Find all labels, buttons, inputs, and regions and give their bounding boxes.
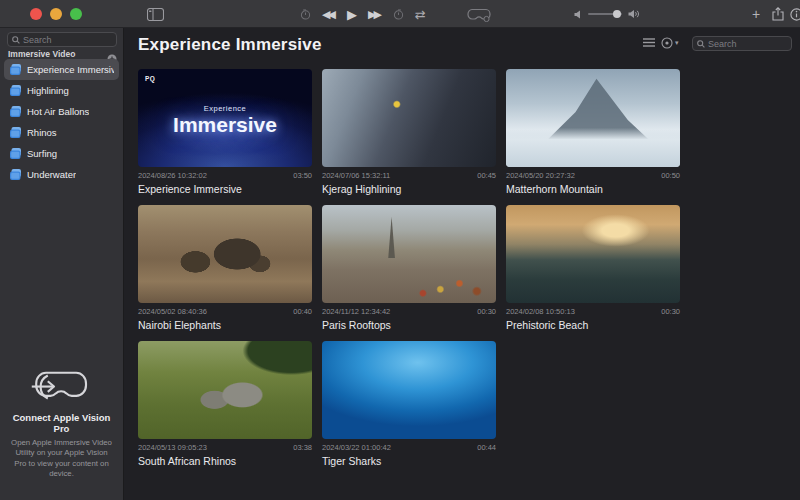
video-meta: 2024/05/13 09:05:23 03:38 — [138, 443, 312, 452]
sidebar-item-surfing[interactable]: Surfing — [4, 143, 119, 164]
video-card[interactable]: 2024/03/22 01:00:42 00:44 Tiger Sharks — [322, 341, 496, 467]
video-thumbnail[interactable] — [506, 69, 680, 167]
group-menu-icon[interactable]: ▾ — [661, 37, 679, 49]
sidebar-item-experience-immersive[interactable]: Experience Immersive — [4, 59, 119, 80]
playlist-icon — [9, 168, 22, 181]
video-title: Kjerag Highlining — [322, 183, 496, 195]
sidebar-item-label: Hot Air Ballons — [27, 106, 89, 117]
connect-title: Connect Apple Vision Pro — [9, 412, 114, 434]
video-card[interactable]: 2024/05/20 20:27:32 00:50 Matterhorn Mou… — [506, 69, 680, 195]
video-card[interactable]: 2024/05/13 09:05:23 03:38 South African … — [138, 341, 312, 467]
page-title: Experience Immersive — [138, 35, 322, 55]
zoom-button[interactable] — [70, 8, 82, 20]
sidebar-item-hot-air-ballons[interactable]: Hot Air Ballons — [4, 101, 119, 122]
video-duration: 00:45 — [477, 171, 496, 180]
video-card[interactable]: PQ Experience Immersive 2024/08/26 10:32… — [138, 69, 312, 195]
playlist-list: Experience Immersive Highlining Hot Air … — [4, 59, 119, 185]
sidebar-search-field[interactable] — [7, 32, 117, 47]
video-duration: 00:30 — [477, 307, 496, 316]
video-duration: 00:50 — [661, 171, 680, 180]
vision-pro-connect-icon — [9, 368, 114, 406]
sidebar-item-label: Underwater — [27, 169, 76, 180]
volume-slider[interactable] — [588, 13, 622, 15]
play-icon[interactable]: ▶ — [347, 8, 357, 21]
list-view-icon[interactable] — [643, 38, 655, 47]
thumbnail-overlay-text — [506, 205, 680, 303]
thumbnail-overlay-text — [506, 69, 680, 167]
title-bar: ◀◀ ▶ ▶▶ ⇄ + — [0, 0, 800, 28]
sidebar-item-underwater[interactable]: Underwater — [4, 164, 119, 185]
close-button[interactable] — [30, 8, 42, 20]
video-thumbnail[interactable] — [506, 205, 680, 303]
video-card[interactable]: 2024/02/08 10:50:13 00:30 Prehistoric Be… — [506, 205, 680, 331]
video-duration: 00:40 — [293, 307, 312, 316]
thumbnail-overlay-text — [138, 341, 312, 439]
video-date: 2024/07/06 15:32:11 — [322, 171, 390, 180]
video-title: South African Rhinos — [138, 455, 312, 467]
chevron-down-icon: ▾ — [675, 39, 679, 47]
rewind-icon[interactable]: ◀◀ — [322, 9, 336, 20]
thumbnail-overlay-text — [322, 69, 496, 167]
video-meta: 2024/03/22 01:00:42 00:44 — [322, 443, 496, 452]
connect-vision-pro-panel: Connect Apple Vision Pro Open Apple Imme… — [0, 368, 123, 480]
video-card[interactable]: 2024/11/12 12:34:42 00:30 Paris Rooftops — [322, 205, 496, 331]
video-card[interactable]: 2024/07/06 15:32:11 00:45 Kjerag Highlin… — [322, 69, 496, 195]
sidebar: Immersive Video Playlists Experience Imm… — [0, 28, 124, 500]
main-search-input[interactable] — [708, 39, 787, 49]
speaker-low-icon[interactable] — [574, 10, 582, 19]
skip-forward-icon[interactable] — [393, 9, 404, 20]
video-thumbnail[interactable] — [322, 341, 496, 439]
add-icon[interactable]: + — [748, 0, 764, 28]
sidebar-item-highlining[interactable]: Highlining — [4, 80, 119, 101]
playback-controls: ◀◀ ▶ ▶▶ ⇄ — [300, 0, 426, 28]
video-thumbnail[interactable] — [322, 69, 496, 167]
video-thumbnail[interactable] — [322, 205, 496, 303]
playlist-icon — [9, 147, 22, 160]
video-title: Nairobi Elephants — [138, 319, 312, 331]
speaker-high-icon[interactable] — [628, 9, 640, 19]
vision-pro-device-icon[interactable] — [466, 8, 492, 22]
video-title: Paris Rooftops — [322, 319, 496, 331]
sidebar-toggle-icon[interactable] — [146, 7, 164, 21]
video-meta: 2024/11/12 12:34:42 00:30 — [322, 307, 496, 316]
sidebar-search-input[interactable] — [23, 35, 112, 45]
minimize-button[interactable] — [50, 8, 62, 20]
volume-slider-knob[interactable] — [613, 10, 621, 18]
thumbnail-overlay-text — [322, 341, 496, 439]
overlay-main-text: Immersive — [173, 113, 277, 136]
main-content: Experience Immersive ▾ PQ Experience Imm… — [125, 28, 800, 500]
video-meta: 2024/05/20 20:27:32 00:50 — [506, 171, 680, 180]
video-duration: 00:44 — [477, 443, 496, 452]
video-meta: 2024/05/02 08:40:36 00:40 — [138, 307, 312, 316]
fast-forward-icon[interactable]: ▶▶ — [368, 9, 382, 20]
video-thumbnail[interactable] — [138, 205, 312, 303]
video-date: 2024/05/02 08:40:36 — [138, 307, 207, 316]
share-icon[interactable] — [770, 0, 786, 28]
video-duration: 03:50 — [293, 171, 312, 180]
video-date: 2024/03/22 01:00:42 — [322, 443, 391, 452]
video-meta: 2024/07/06 15:32:11 00:45 — [322, 171, 496, 180]
main-search-field[interactable] — [692, 36, 792, 51]
video-thumbnail[interactable]: PQ Experience Immersive — [138, 69, 312, 167]
video-title: Prehistoric Beach — [506, 319, 680, 331]
video-date: 2024/05/13 09:05:23 — [138, 443, 207, 452]
playlist-icon — [9, 105, 22, 118]
sidebar-item-label: Highlining — [27, 85, 69, 96]
info-icon[interactable] — [788, 0, 800, 28]
video-meta: 2024/08/26 10:32:02 03:50 — [138, 171, 312, 180]
connect-description: Open Apple Immersive Video Utility on yo… — [9, 438, 114, 480]
thumbnail-overlay-text — [138, 205, 312, 303]
skip-back-icon[interactable] — [300, 9, 311, 20]
sidebar-item-label: Experience Immersive — [27, 64, 114, 75]
playlist-icon — [9, 84, 22, 97]
sidebar-item-label: Rhinos — [27, 127, 57, 138]
video-grid: PQ Experience Immersive 2024/08/26 10:32… — [138, 69, 680, 467]
repeat-icon[interactable]: ⇄ — [415, 8, 426, 21]
sidebar-item-label: Surfing — [27, 148, 57, 159]
video-thumbnail[interactable] — [138, 341, 312, 439]
sidebar-item-rhinos[interactable]: Rhinos — [4, 122, 119, 143]
thumbnail-overlay-text — [322, 205, 496, 303]
video-date: 2024/11/12 12:34:42 — [322, 307, 390, 316]
volume-control — [574, 0, 640, 28]
video-card[interactable]: 2024/05/02 08:40:36 00:40 Nairobi Elepha… — [138, 205, 312, 331]
